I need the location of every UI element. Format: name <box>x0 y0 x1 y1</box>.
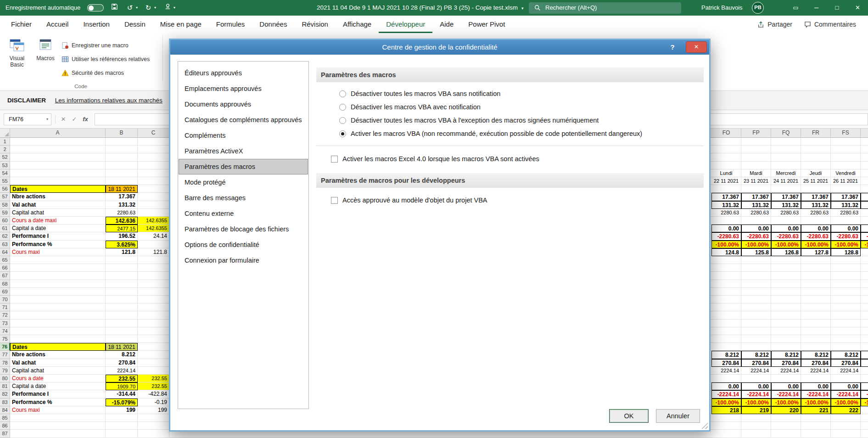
row-header-61[interactable]: 61 <box>0 225 10 232</box>
cell-C77[interactable] <box>138 351 169 359</box>
cell-partial80[interactable] <box>861 375 868 382</box>
cell-FS85[interactable] <box>831 414 861 422</box>
cell-FS63[interactable]: -100.00% <box>831 241 861 248</box>
sidebar-item-compl-ments[interactable]: Compléments <box>179 128 308 143</box>
cell-FQ74[interactable] <box>771 327 801 335</box>
cell-partial58[interactable]: 131.32 <box>861 201 868 209</box>
cell-FQ70[interactable] <box>771 296 801 303</box>
cell-partial71[interactable] <box>861 303 868 311</box>
cell-A78[interactable]: Val achat <box>10 359 106 367</box>
autosave-toggle[interactable] <box>87 4 104 11</box>
row-header-63[interactable]: 63 <box>0 241 10 248</box>
cell-C76[interactable] <box>138 343 169 351</box>
cell-FO55[interactable]: 22 11 2021 <box>711 177 741 185</box>
cell-partial76[interactable] <box>861 343 868 351</box>
col-header-FO[interactable]: FO <box>711 129 741 138</box>
cell-FR60[interactable] <box>801 217 831 225</box>
macros-button[interactable]: Macros <box>32 37 59 84</box>
relative-references-button[interactable]: Utiliser les références relatives <box>62 53 150 65</box>
cell-FQ84[interactable]: 220 <box>771 406 801 414</box>
maximize-icon[interactable]: □ <box>827 0 847 16</box>
cell-B2[interactable] <box>106 146 138 153</box>
cell-B69[interactable] <box>106 288 138 296</box>
cell-FP70[interactable] <box>741 296 771 303</box>
macro-option-3[interactable]: Désactiver toutes les macros VBA à l'exc… <box>339 114 599 126</box>
cell-FQ81[interactable]: 0.00 <box>771 382 801 390</box>
cell-partial73[interactable] <box>861 320 868 327</box>
cell-B59[interactable]: 2280.63 <box>106 209 138 217</box>
sidebar-item-documents-approuv-s[interactable]: Documents approuvés <box>179 96 308 112</box>
cell-FP55[interactable]: 23 11 2021 <box>741 177 771 185</box>
cell-FS55[interactable]: 26 11 2021 <box>831 177 861 185</box>
cell-FO62[interactable]: -2280.63 <box>711 232 741 240</box>
redo-dropdown-icon[interactable]: ▾ <box>153 0 157 16</box>
cell-A64[interactable]: Cours maxi <box>10 248 106 256</box>
cell-C52[interactable] <box>138 153 169 161</box>
cell-B81[interactable]: 1909.70 <box>106 382 138 390</box>
cell-FO63[interactable]: -100.00% <box>711 241 741 248</box>
cell-FS71[interactable] <box>831 303 861 311</box>
cell-A1[interactable] <box>10 138 106 146</box>
cell-FR53[interactable] <box>801 162 831 169</box>
cell-FS87[interactable] <box>831 430 861 438</box>
tab-accueil[interactable]: Accueil <box>39 16 76 33</box>
col-header-partial[interactable] <box>861 129 868 138</box>
cell-FS74[interactable] <box>831 327 861 335</box>
undo-icon[interactable]: ↺ <box>125 0 135 16</box>
cell-FP74[interactable] <box>741 327 771 335</box>
cell-FS57[interactable]: 17.367 <box>831 193 861 201</box>
cell-FP79[interactable]: 2224.14 <box>741 367 771 375</box>
cell-C74[interactable] <box>138 327 169 335</box>
cell-FS77[interactable]: 8.212 <box>831 351 861 359</box>
cell-B56[interactable]: 18 11 2021 <box>106 185 138 193</box>
cell-FP80[interactable] <box>741 375 771 382</box>
row-header-85[interactable]: 85 <box>0 414 10 422</box>
cell-FQ66[interactable] <box>771 264 801 272</box>
row-header-58[interactable]: 58 <box>0 201 10 209</box>
cell-B70[interactable] <box>106 296 138 303</box>
cell-B55[interactable] <box>106 177 138 185</box>
cell-B66[interactable] <box>106 264 138 272</box>
row-header-83[interactable]: 83 <box>0 399 10 406</box>
cell-FQ57[interactable]: 17.367 <box>771 193 801 201</box>
row-header-62[interactable]: 62 <box>0 232 10 240</box>
col-header-B[interactable]: B <box>106 129 138 138</box>
cell-FQ85[interactable] <box>771 414 801 422</box>
tab-d-veloppeur[interactable]: Développeur <box>379 16 432 33</box>
vba-object-model-checkbox[interactable]: Accès approuvé au modèle d'objet du proj… <box>331 194 487 206</box>
sidebar-item-contenu-externe[interactable]: Contenu externe <box>179 206 308 221</box>
minimize-icon[interactable]: ─ <box>806 0 827 16</box>
record-macro-button[interactable]: Enregistrer une macro <box>62 39 129 51</box>
tab-insertion[interactable]: Insertion <box>76 16 117 33</box>
disclaimer-link[interactable]: Les informations relatives aux marchés <box>55 97 162 104</box>
cell-C65[interactable] <box>138 256 169 264</box>
name-box[interactable]: FM76 ▾ <box>4 113 51 125</box>
formula-enter-icon[interactable]: ✓ <box>69 113 80 125</box>
cell-C83[interactable]: -0.19 <box>138 399 169 406</box>
cell-partial79[interactable]: 2224.14 <box>861 367 868 375</box>
cell-FR75[interactable] <box>801 335 831 343</box>
cell-FR2[interactable] <box>801 146 831 153</box>
cell-A85[interactable] <box>10 414 106 422</box>
cell-B84[interactable]: 199 <box>106 406 138 414</box>
cell-A75[interactable] <box>10 335 106 343</box>
cell-FO72[interactable] <box>711 311 741 319</box>
cell-C71[interactable] <box>138 303 169 311</box>
document-title[interactable]: 2021 11 04 Dde 9 1 MAJ 2021 10 28 (Final… <box>317 0 524 16</box>
tab-mise-en-page[interactable]: Mise en page <box>153 16 209 33</box>
cell-FO1[interactable] <box>711 138 741 146</box>
row-header-68[interactable]: 68 <box>0 280 10 288</box>
cell-FO70[interactable] <box>711 296 741 303</box>
cell-FS52[interactable] <box>831 153 861 161</box>
cell-FR56[interactable] <box>801 185 831 193</box>
dialog-close-button[interactable]: ✕ <box>686 41 707 53</box>
cell-C73[interactable] <box>138 320 169 327</box>
cell-partial82[interactable]: -2224.14 <box>861 390 868 398</box>
cell-A71[interactable] <box>10 303 106 311</box>
cell-FR65[interactable] <box>801 256 831 264</box>
cell-partial66[interactable] <box>861 264 868 272</box>
macro-security-button[interactable]: Sécurité des macros <box>62 67 124 79</box>
row-header-66[interactable]: 66 <box>0 264 10 272</box>
cell-FR83[interactable]: -100.00% <box>801 399 831 406</box>
cell-FQ69[interactable] <box>771 288 801 296</box>
